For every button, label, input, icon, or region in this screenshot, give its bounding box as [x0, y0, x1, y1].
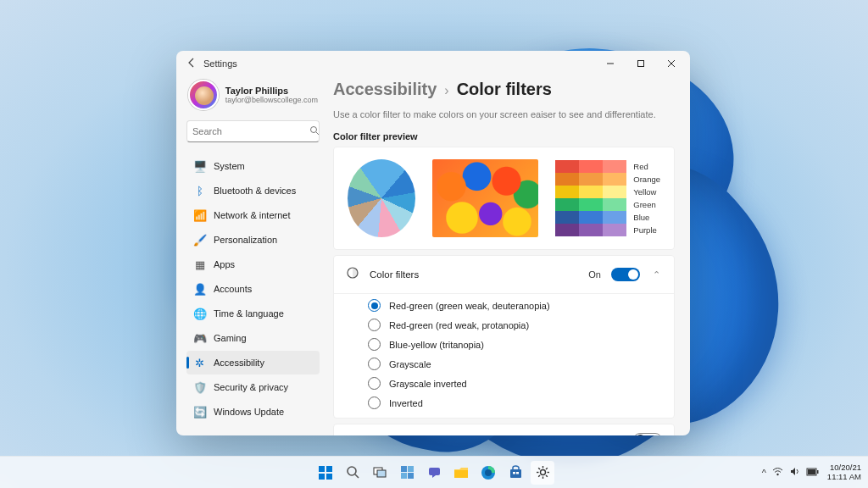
- user-email: taylor@bellowscollege.com: [225, 96, 318, 104]
- filter-option[interactable]: Red-green (red weak, protanopia): [368, 319, 662, 331]
- svg-rect-18: [454, 470, 468, 478]
- nav-label: Time & language: [214, 308, 284, 319]
- swatch-label: Green: [633, 198, 660, 211]
- swatch-label: Yellow: [633, 186, 660, 198]
- filter-option[interactable]: Red-green (green weak, deuteranopia): [368, 299, 662, 312]
- sidebar-item-accounts[interactable]: 👤Accounts: [186, 277, 320, 301]
- nav-label: Windows Update: [214, 407, 284, 417]
- breadcrumb: Accessibility › Color filters: [333, 80, 675, 99]
- sidebar-item-accessibility[interactable]: ✲Accessibility: [186, 351, 320, 374]
- sidebar-item-gaming[interactable]: 🎮Gaming: [186, 326, 320, 350]
- svg-line-30: [546, 475, 548, 477]
- radio-icon: [368, 377, 381, 390]
- sidebar-item-apps[interactable]: ▦Apps: [186, 252, 320, 276]
- svg-rect-5: [319, 466, 325, 472]
- filter-option[interactable]: Grayscale: [368, 358, 662, 370]
- preview-card: RedOrangeYellowGreenBluePurple: [333, 147, 675, 250]
- radio-label: Grayscale inverted: [389, 379, 467, 389]
- color-filters-toggle[interactable]: [611, 268, 640, 281]
- search-input[interactable]: [192, 126, 309, 136]
- filter-option[interactable]: Blue-yellow (tritanopia): [368, 338, 662, 351]
- system-tray: ^ 10/20/21 11:11 AM: [762, 463, 861, 481]
- swatch-label: Purple: [633, 224, 660, 236]
- sidebar-item-network-internet[interactable]: 📶Network & internet: [186, 203, 320, 227]
- clock-date: 10/20/21: [827, 463, 861, 472]
- svg-rect-13: [401, 466, 407, 472]
- svg-point-24: [540, 470, 545, 475]
- search-box[interactable]: [186, 120, 320, 142]
- maximize-button[interactable]: [626, 51, 656, 76]
- svg-point-20: [485, 469, 492, 476]
- taskbar: ^ 10/20/21 11:11 AM: [0, 456, 868, 488]
- keyboard-shortcut-label: Keyboard shortcut for color filters: [346, 435, 601, 435]
- volume-icon[interactable]: [789, 466, 800, 479]
- search-taskbar-icon[interactable]: [341, 461, 364, 485]
- color-filters-row[interactable]: Color filters On ⌃: [334, 256, 674, 294]
- keyboard-shortcut-state: Off: [611, 435, 623, 435]
- store-icon[interactable]: [504, 461, 527, 485]
- nav-label: Security & privacy: [214, 382, 288, 392]
- color-filters-label: Color filters: [370, 269, 578, 280]
- back-button[interactable]: [180, 58, 203, 69]
- svg-line-32: [546, 468, 548, 469]
- swatch: [603, 186, 626, 198]
- radio-label: Inverted: [389, 398, 423, 408]
- nav-icon: 📶: [193, 209, 206, 222]
- svg-rect-17: [429, 468, 440, 475]
- clock-time: 11:11 AM: [827, 473, 861, 481]
- nav-icon: 👤: [193, 283, 206, 296]
- nav-label: Bluetooth & devices: [214, 186, 296, 196]
- radio-icon: [368, 299, 381, 312]
- nav-icon: 🎮: [193, 332, 206, 345]
- swatch-label: Orange: [633, 173, 660, 186]
- explorer-icon[interactable]: [449, 461, 473, 485]
- sidebar-item-system[interactable]: 🖥️System: [186, 154, 320, 178]
- edge-icon[interactable]: [476, 461, 500, 485]
- svg-line-10: [355, 474, 359, 478]
- keyboard-shortcut-card[interactable]: Keyboard shortcut for color filters Off: [333, 424, 675, 435]
- filter-option[interactable]: Grayscale inverted: [368, 377, 662, 390]
- svg-rect-8: [326, 474, 332, 480]
- sidebar-item-time-language[interactable]: 🌐Time & language: [186, 302, 320, 325]
- settings-taskbar-icon[interactable]: [531, 461, 554, 485]
- svg-rect-36: [817, 470, 819, 474]
- svg-line-31: [538, 475, 540, 477]
- swatch: [555, 186, 579, 198]
- titlebar: Settings: [176, 51, 690, 76]
- swatch: [555, 211, 579, 224]
- preview-swatches: RedOrangeYellowGreenBluePurple: [555, 160, 660, 236]
- wifi-icon[interactable]: [772, 466, 783, 479]
- svg-rect-23: [516, 472, 519, 474]
- svg-line-3: [316, 132, 319, 135]
- chat-icon[interactable]: [422, 461, 446, 485]
- battery-icon[interactable]: [806, 468, 819, 478]
- clock[interactable]: 10/20/21 11:11 AM: [827, 463, 861, 481]
- minimize-button[interactable]: [595, 51, 626, 76]
- breadcrumb-parent[interactable]: Accessibility: [333, 80, 437, 99]
- widgets-icon[interactable]: [395, 461, 419, 485]
- nav-label: System: [214, 161, 245, 171]
- svg-point-33: [776, 474, 778, 475]
- breadcrumb-current: Color filters: [457, 80, 552, 99]
- close-button[interactable]: [656, 51, 687, 76]
- sidebar-item-bluetooth-devices[interactable]: ᛒBluetooth & devices: [186, 179, 320, 202]
- sidebar-item-security-privacy[interactable]: 🛡️Security & privacy: [186, 375, 320, 399]
- color-filters-state: On: [588, 269, 601, 280]
- radio-icon: [368, 319, 381, 331]
- sidebar: Taylor Phillips taylor@bellowscollege.co…: [176, 76, 325, 435]
- sidebar-item-windows-update[interactable]: 🔄Windows Update: [186, 400, 320, 424]
- profile-block[interactable]: Taylor Phillips taylor@bellowscollege.co…: [186, 76, 320, 112]
- nav-icon: 🖌️: [193, 234, 206, 247]
- keyboard-shortcut-toggle[interactable]: [633, 433, 662, 435]
- search-icon: [309, 125, 320, 137]
- chevron-up-icon[interactable]: ⌃: [650, 269, 662, 280]
- tray-chevron-icon[interactable]: ^: [762, 468, 766, 478]
- filter-option[interactable]: Inverted: [368, 396, 662, 409]
- nav-icon: 🌐: [193, 308, 206, 320]
- sidebar-item-personalization[interactable]: 🖌️Personalization: [186, 228, 320, 252]
- content-pane: Accessibility › Color filters Use a colo…: [325, 76, 690, 435]
- svg-rect-16: [408, 473, 414, 479]
- swatch-label: Blue: [633, 211, 660, 224]
- start-button[interactable]: [314, 461, 337, 485]
- task-view-icon[interactable]: [368, 461, 392, 485]
